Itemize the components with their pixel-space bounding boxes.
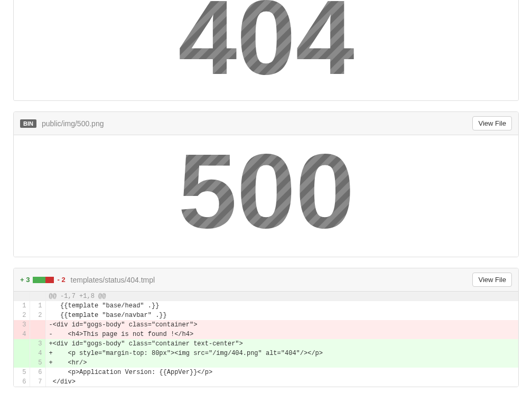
image-preview-500: 500 — [14, 135, 518, 257]
view-file-button[interactable]: View File — [472, 273, 512, 287]
line-num-old: 2 — [14, 311, 30, 320]
file-panel-tmpl: + 3 - 2 templates/status/404.tmpl View F… — [13, 268, 519, 387]
line-num-new: 3 — [30, 339, 45, 349]
diff-row: 3+<div id="gogs-body" class="container t… — [14, 339, 518, 349]
image-404-svg: 404 — [161, 0, 372, 85]
diff-code: {{template "base/navbar" .}} — [45, 311, 518, 320]
diff-row: 11 {{template "base/head" .}} — [14, 301, 518, 311]
diff-bar-del — [45, 277, 54, 283]
file-panel-500: BIN public/img/500.png View File 500 — [13, 111, 519, 257]
image-preview-404: 404 — [14, 0, 518, 100]
line-num-old — [14, 292, 30, 301]
diff-code: <p>Application Version: {{AppVer}}</p> — [45, 368, 518, 377]
diff-hunk-row: @@ -1,7 +1,8 @@ — [14, 292, 518, 301]
line-num-new: 7 — [30, 377, 45, 387]
line-num-old: 3 — [14, 320, 30, 330]
view-file-button[interactable]: View File — [472, 116, 512, 130]
additions-count: + 3 — [20, 276, 30, 284]
diff-code: - <h4>This page is not found !</h4> — [45, 330, 518, 339]
line-num-new — [30, 292, 45, 301]
diff-row: 22 {{template "base/navbar" .}} — [14, 311, 518, 320]
diff-code: + <p style="margin-top: 80px"><img src="… — [45, 349, 518, 358]
diff-row: 3-<div id="gogs-body" class="container"> — [14, 320, 518, 330]
line-num-old — [14, 349, 30, 358]
diff-row: 67 </div> — [14, 377, 518, 387]
diff-code: +<div id="gogs-body" class="container te… — [45, 339, 518, 349]
line-num-new: 1 — [30, 301, 45, 311]
line-num-new: 2 — [30, 311, 45, 320]
svg-text:404: 404 — [178, 0, 354, 85]
line-num-old — [14, 358, 30, 368]
line-num-new: 5 — [30, 358, 45, 368]
line-num-old — [14, 339, 30, 349]
line-num-old: 6 — [14, 377, 30, 387]
file-header-500: BIN public/img/500.png View File — [14, 112, 518, 135]
diff-row: 4- <h4>This page is not found !</h4> — [14, 330, 518, 339]
diff-row: 4+ <p style="margin-top: 80px"><img src=… — [14, 349, 518, 358]
file-path: templates/status/404.tmpl — [71, 276, 155, 284]
line-num-new: 6 — [30, 368, 45, 377]
file-panel-404-partial: 404 — [13, 0, 519, 101]
diff-bar-add — [33, 277, 45, 283]
diff-bar — [33, 277, 54, 283]
file-path: public/img/500.png — [42, 119, 104, 128]
line-num-old: 5 — [14, 368, 30, 377]
diff-code: + <hr/> — [45, 358, 518, 368]
line-num-new — [30, 330, 45, 339]
diff-table: @@ -1,7 +1,8 @@ 11 {{template "base/head… — [14, 292, 518, 387]
diff-hunk-text: @@ -1,7 +1,8 @@ — [45, 292, 518, 301]
diff-code: -<div id="gogs-body" class="container"> — [45, 320, 518, 330]
deletions-count: - 2 — [57, 276, 65, 284]
image-500-svg: 500 — [161, 146, 372, 241]
diff-stats: + 3 - 2 — [20, 276, 66, 284]
line-num-old: 4 — [14, 330, 30, 339]
line-num-old: 1 — [14, 301, 30, 311]
line-num-new — [30, 320, 45, 330]
svg-text:500: 500 — [178, 146, 354, 241]
bin-badge: BIN — [20, 119, 36, 128]
diff-row: 56 <p>Application Version: {{AppVer}}</p… — [14, 368, 518, 377]
diff-row: 5+ <hr/> — [14, 358, 518, 368]
line-num-new: 4 — [30, 349, 45, 358]
diff-code: </div> — [45, 377, 518, 387]
diff-code: {{template "base/head" .}} — [45, 301, 518, 311]
file-header-tmpl: + 3 - 2 templates/status/404.tmpl View F… — [14, 268, 518, 292]
